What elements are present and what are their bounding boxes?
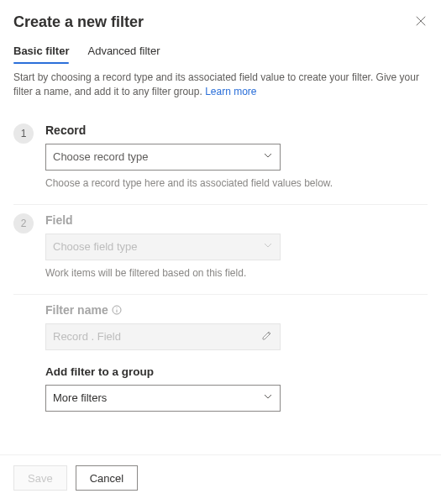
dialog-title: Create a new filter: [13, 13, 144, 31]
chevron-down-icon: [263, 240, 273, 253]
save-button: Save: [13, 465, 67, 491]
record-type-select[interactable]: Choose record type: [45, 144, 281, 171]
step-number-2: 2: [13, 213, 34, 234]
step-number-1: 1: [13, 123, 34, 144]
group-label: Add filter to a group: [45, 365, 428, 378]
tab-advanced-filter[interactable]: Advanced filter: [87, 39, 160, 64]
field-type-select: Choose field type: [45, 234, 281, 260]
field-hint: Work items will be filtered based on thi…: [45, 267, 428, 279]
tab-basic-filter[interactable]: Basic filter: [13, 39, 69, 64]
filter-name-label-text: Filter name: [45, 303, 108, 317]
chevron-down-icon: [263, 150, 273, 163]
tab-bar: Basic filter Advanced filter: [13, 39, 428, 64]
learn-more-link[interactable]: Learn more: [205, 86, 256, 97]
cancel-button[interactable]: Cancel: [76, 465, 138, 491]
chevron-down-icon: [263, 391, 273, 404]
field-type-placeholder: Choose field type: [53, 240, 137, 253]
record-hint: Choose a record type here and its associ…: [45, 177, 428, 189]
close-icon: [415, 15, 427, 29]
svg-point-4: [116, 307, 117, 308]
intro-text: Start by choosing a record type and its …: [13, 71, 428, 100]
field-label: Field: [45, 213, 428, 227]
close-button[interactable]: [414, 16, 428, 29]
filter-name-placeholder: Record . Field: [53, 330, 121, 343]
filter-name-label: Filter name: [45, 303, 428, 317]
edit-icon: [261, 329, 273, 344]
filter-group-select[interactable]: More filters: [45, 385, 281, 412]
record-type-placeholder: Choose record type: [53, 150, 148, 163]
filter-name-input: Record . Field: [45, 323, 281, 350]
info-icon[interactable]: [112, 305, 122, 315]
record-label: Record: [45, 123, 428, 137]
dialog-footer: Save Cancel: [0, 454, 441, 504]
filter-group-value: More filters: [53, 391, 107, 404]
